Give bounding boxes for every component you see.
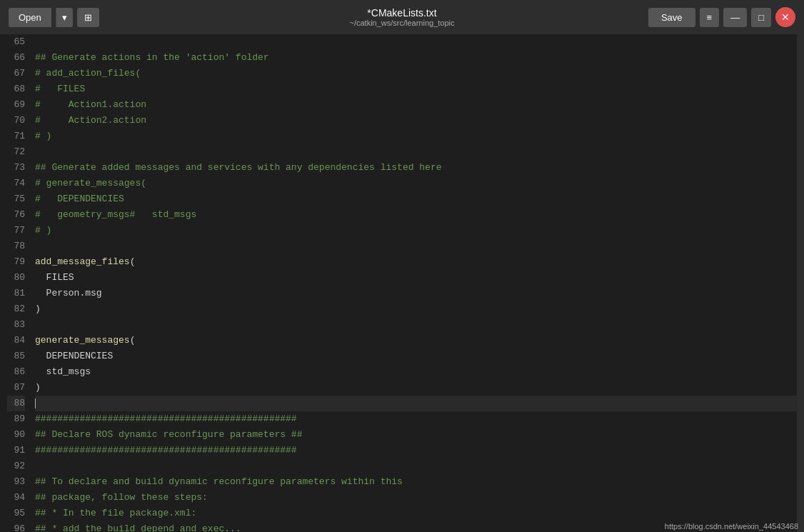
- line-number: 89: [7, 411, 25, 427]
- code-line: [35, 34, 797, 50]
- file-title: *CMakeLists.txt: [349, 7, 454, 19]
- code-line: # DEPENDENCIES: [35, 191, 797, 207]
- code-line: # generate_messages(: [35, 176, 797, 191]
- status-bar: https://blog.csdn.net/weixin_44543468: [659, 521, 804, 532]
- line-number: 94: [7, 490, 25, 506]
- code-line: # add_action_files(: [35, 66, 797, 81]
- code-line: ########################################…: [35, 443, 797, 458]
- code-line: Person.msg: [35, 286, 797, 301]
- scrollbar[interactable]: [797, 34, 804, 532]
- code-line: # Action1.action: [35, 97, 797, 113]
- line-number: 93: [7, 474, 25, 490]
- line-number: 91: [7, 443, 25, 458]
- code-line: ## * In the file package.xml:: [35, 506, 797, 521]
- code-line: ): [35, 301, 797, 317]
- code-line: FILES: [35, 270, 797, 286]
- code-line: # FILES: [35, 81, 797, 97]
- line-number: 79: [7, 254, 25, 270]
- save-button[interactable]: Save: [648, 8, 695, 27]
- line-number: 74: [7, 176, 25, 191]
- code-line: ## Generate added messages and services …: [35, 160, 797, 176]
- code-line: ): [35, 380, 797, 396]
- line-number: 88: [7, 396, 25, 411]
- minimize-button[interactable]: —: [723, 8, 747, 27]
- code-line: ## Generate actions in the 'action' fold…: [35, 50, 797, 66]
- code-line: generate_messages(: [35, 333, 797, 348]
- code-line: ## To declare and build dynamic reconfig…: [35, 474, 797, 490]
- line-number: 70: [7, 113, 25, 129]
- edit-icon-button[interactable]: ⊞: [77, 8, 99, 27]
- line-number: 68: [7, 81, 25, 97]
- code-line: # Action2.action: [35, 113, 797, 129]
- line-number: 83: [7, 317, 25, 333]
- line-number: 85: [7, 348, 25, 364]
- line-numbers: 6566676869707172737475767778798081828384…: [0, 34, 32, 532]
- line-number: 73: [7, 160, 25, 176]
- line-number: 66: [7, 50, 25, 66]
- code-line: add_message_files(: [35, 254, 797, 270]
- open-dropdown-button[interactable]: ▾: [56, 8, 73, 27]
- code-line: # ): [35, 129, 797, 144]
- code-line: DEPENDENCIES: [35, 348, 797, 364]
- line-number: 86: [7, 364, 25, 380]
- code-content[interactable]: ## Generate actions in the 'action' fold…: [32, 34, 797, 532]
- line-number: 77: [7, 223, 25, 239]
- title-bar-right: Save ≡ — □ ✕: [648, 7, 795, 27]
- maximize-button[interactable]: □: [751, 8, 771, 27]
- code-line: [35, 144, 797, 160]
- line-number: 78: [7, 239, 25, 254]
- line-number: 84: [7, 333, 25, 348]
- line-number: 87: [7, 380, 25, 396]
- line-number: 82: [7, 301, 25, 317]
- title-bar: Open ▾ ⊞ *CMakeLists.txt ~/catkin_ws/src…: [0, 0, 804, 34]
- code-line: std_msgs: [35, 364, 797, 380]
- line-number: 80: [7, 270, 25, 286]
- line-number: 90: [7, 427, 25, 443]
- line-number: 96: [7, 521, 25, 532]
- menu-button[interactable]: ≡: [700, 8, 720, 27]
- line-number: 71: [7, 129, 25, 144]
- line-number: 92: [7, 458, 25, 474]
- code-line: [35, 239, 797, 254]
- code-line: [35, 458, 797, 474]
- line-number: 95: [7, 506, 25, 521]
- line-number: 69: [7, 97, 25, 113]
- code-line: # geometry_msgs# std_msgs: [35, 207, 797, 223]
- line-number: 67: [7, 66, 25, 81]
- title-bar-left: Open ▾ ⊞: [9, 8, 99, 27]
- line-number: 75: [7, 191, 25, 207]
- code-line: [35, 396, 797, 411]
- code-line: # ): [35, 223, 797, 239]
- title-center: *CMakeLists.txt ~/catkin_ws/src/learning…: [349, 7, 454, 27]
- code-line: ## package, follow these steps:: [35, 490, 797, 506]
- line-number: 76: [7, 207, 25, 223]
- close-button[interactable]: ✕: [775, 7, 795, 27]
- code-line: ## Declare ROS dynamic reconfigure param…: [35, 427, 797, 443]
- code-line: ########################################…: [35, 411, 797, 427]
- code-line: [35, 317, 797, 333]
- line-number: 72: [7, 144, 25, 160]
- line-number: 65: [7, 34, 25, 50]
- file-path: ~/catkin_ws/src/learning_topic: [349, 19, 454, 27]
- editor-area[interactable]: 6566676869707172737475767778798081828384…: [0, 34, 804, 532]
- line-number: 81: [7, 286, 25, 301]
- open-button[interactable]: Open: [9, 8, 51, 27]
